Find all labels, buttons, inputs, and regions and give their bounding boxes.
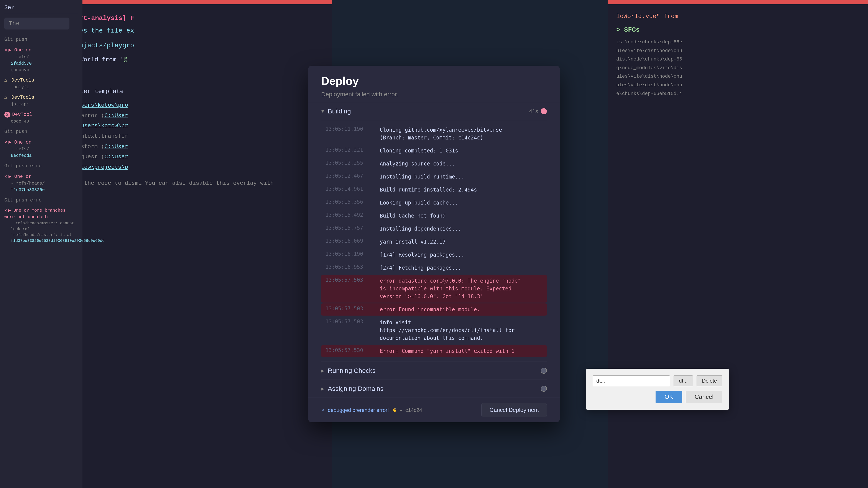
log-entry: 13:05:57.503 info Visithttps://yarnpkg.c… bbox=[321, 317, 547, 344]
git-item-devtools-1: ⚠ DevTools -polyfi bbox=[4, 77, 78, 91]
git-search[interactable]: The bbox=[4, 18, 69, 30]
building-chevron-icon: ▼ bbox=[321, 108, 324, 114]
deploy-modal-header: Deploy Deployment failed with error. bbox=[308, 66, 560, 102]
building-time: 41s bbox=[529, 108, 538, 115]
git-item: Git push bbox=[4, 36, 78, 43]
building-section-label: Building bbox=[328, 107, 351, 115]
small-dialog-dt-button[interactable]: dt... bbox=[674, 376, 693, 386]
git-sidebar: Ser The Git push ✕▶ One on - refs/ 2fadd… bbox=[0, 0, 83, 488]
assigning-domains-label: Assigning Domains bbox=[328, 385, 383, 392]
running-checks-label: Running Checks bbox=[328, 367, 375, 375]
log-entry: 13:05:15.492 Build Cache not found bbox=[321, 210, 547, 222]
small-dialog-field[interactable] bbox=[593, 376, 670, 386]
deploy-modal-footer: ↗ debugged prerender error! 👋 - c14c24 C… bbox=[308, 397, 560, 422]
log-entry: 13:05:15.757 Installing dependencies... bbox=[321, 223, 547, 235]
log-entry: 13:05:12.221 Cloning completed: 1.031s bbox=[321, 145, 547, 157]
running-checks-section[interactable]: ▶ Running Checks bbox=[321, 362, 547, 380]
git-item-push-2: Git push bbox=[4, 128, 78, 135]
right-content: loWorld.vue" from > SFCs ist\node\chunks… bbox=[608, 4, 868, 107]
building-section-header[interactable]: ▼ Building 41s bbox=[321, 102, 547, 120]
log-entry: 13:05:16.069 yarn install v1.22.17 bbox=[321, 236, 547, 248]
right-top-bar bbox=[608, 0, 868, 4]
log-entry: 13:05:15.356 Looking up build cache... bbox=[321, 197, 547, 209]
git-item-devtool-count: 2DevTool code 40 bbox=[4, 111, 78, 125]
right-sfcs: > SFCs bbox=[616, 26, 859, 34]
small-dialog-ok-button[interactable]: OK bbox=[656, 391, 682, 403]
small-dialog: dt... Delete OK Cancel bbox=[586, 369, 729, 410]
footer-left: ↗ debugged prerender error! 👋 - c14c24 bbox=[321, 407, 422, 413]
git-item-push-error-2: Git push erro bbox=[4, 197, 78, 204]
git-item-one-or: ✕▶ One or - refs/heads/ f1d37be33826e bbox=[4, 173, 78, 193]
log-entry: 13:05:16.190 [1/4] Resolving packages... bbox=[321, 249, 547, 261]
small-dialog-buttons: OK Cancel bbox=[593, 391, 722, 403]
log-entry: 13:05:14.961 Build runtime installed: 2.… bbox=[321, 184, 547, 196]
git-item-push-error-1: Git push erro bbox=[4, 162, 78, 170]
git-item-one-or-more: ✕▶ One or more branches were not updated… bbox=[4, 207, 78, 244]
git-item-one-on-2: ✕▶ One on - refs/ 8ecfecda bbox=[4, 139, 78, 159]
footer-link-text: debugged prerender error! bbox=[328, 407, 389, 413]
small-dialog-row: dt... Delete bbox=[593, 376, 722, 386]
log-entry: 13:05:12.467 Installing build runtime... bbox=[321, 171, 547, 183]
right-paths: ist\node\chunks\dep-66e ules\vite\dist\n… bbox=[616, 38, 859, 98]
log-entry: 13:05:16.953 [2/4] Fetching packages... bbox=[321, 262, 547, 274]
right-import-text: loWorld.vue" from bbox=[616, 13, 859, 20]
log-entry: 13:05:12.255 Analyzing source code... bbox=[321, 158, 547, 170]
footer-separator: - bbox=[400, 407, 402, 413]
assigning-domains-section[interactable]: ▶ Assigning Domains bbox=[321, 380, 547, 397]
small-dialog-cancel-button[interactable]: Cancel bbox=[686, 391, 722, 403]
log-entry-error-last: 13:05:57.530 Error: Command "yarn instal… bbox=[321, 345, 547, 357]
git-item-devtools-2: ⚠ DevTools js.map: bbox=[4, 94, 78, 107]
assigning-domains-chevron-icon: ▶ bbox=[321, 386, 324, 392]
git-sidebar-title: Ser bbox=[4, 4, 78, 13]
deploy-modal: Deploy Deployment failed with error. ▼ B… bbox=[308, 66, 560, 422]
cancel-deployment-button[interactable]: Cancel Deployment bbox=[482, 403, 547, 417]
deploy-title: Deploy bbox=[321, 74, 547, 88]
external-link-icon: ↗ bbox=[321, 407, 324, 413]
small-dialog-delete-button[interactable]: Delete bbox=[696, 376, 722, 386]
assigning-domains-status-dot bbox=[541, 386, 547, 392]
deploy-error-message: Deployment failed with error. bbox=[321, 91, 547, 98]
building-status-dot bbox=[541, 108, 547, 114]
footer-emoji: 👋 bbox=[392, 408, 397, 412]
right-code-panel: loWorld.vue" from > SFCs ist\node\chunks… bbox=[608, 0, 868, 488]
git-item-one-on-1: ✕▶ One on - refs/ 2fadd570 (anonym bbox=[4, 46, 78, 73]
running-checks-chevron-icon: ▶ bbox=[321, 368, 324, 374]
footer-commit: c14c24 bbox=[405, 407, 422, 413]
log-entry: 13:05:11.190 Cloning github.com/xylanree… bbox=[321, 124, 547, 144]
build-log-container: 13:05:11.190 Cloning github.com/xylanree… bbox=[321, 120, 547, 362]
running-checks-status-dot bbox=[541, 368, 547, 374]
log-entry-error: 13:05:57.503 error datastore-core@7.0.0:… bbox=[321, 275, 547, 302]
building-badge: 41s bbox=[529, 108, 547, 115]
deploy-modal-body: ▼ Building 41s 13:05:11.190 Cloning gith… bbox=[308, 102, 560, 397]
log-entry-error: 13:05:57.503 error Found incompatible mo… bbox=[321, 303, 547, 316]
